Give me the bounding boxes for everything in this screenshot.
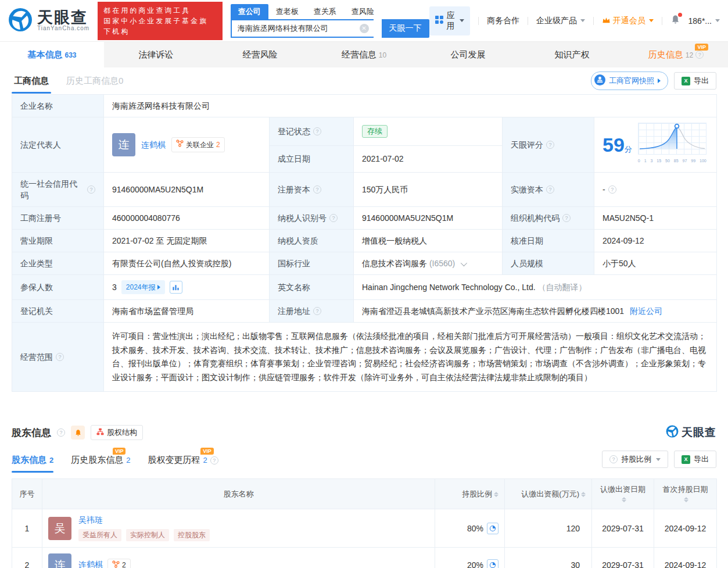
help-icon[interactable]: ?	[210, 456, 218, 465]
scope-value: 许可项目：营业性演出；演出经纪；出版物零售；互联网信息服务（依法须经批准的项目，…	[112, 331, 706, 382]
promo-banner: 都在用的商业查询工具 国家中小企业发展子基金旗下机构	[98, 2, 223, 40]
annual-report-button[interactable]: 2024年报	[121, 280, 165, 294]
table-row: 经营范围? 许可项目：营业性演出；演出经纪；出版物零售；互联网信息服务（依法须经…	[12, 323, 717, 392]
tab-company-development[interactable]: 公司发展	[416, 42, 520, 67]
search-tab-risk[interactable]: 查风险	[344, 4, 382, 19]
logo[interactable]: 天眼查 TianYanCha.com	[8, 8, 89, 34]
notifications-button[interactable]	[670, 15, 680, 27]
promo-line2: 国家中小企业发展子基金旗下机构	[103, 16, 217, 37]
staff-size-label: 人员规模	[511, 259, 543, 268]
company-name-label: 企业名称	[20, 101, 53, 110]
related-companies-badge[interactable]: 关联企业 2	[171, 137, 225, 152]
watermark-logo: 天眼查	[666, 425, 716, 440]
apps-menu[interactable]: 应用	[429, 6, 471, 35]
enterprise-products-menu[interactable]: 企业级产品	[536, 16, 585, 26]
subtab-row: 工商信息 历史工商信息0 工商官网快照 X 导出	[0, 67, 728, 94]
monitor-bell-button[interactable]	[71, 426, 85, 440]
search-tab-boss[interactable]: 查老板	[268, 4, 306, 19]
tab-operation-info[interactable]: 经营信息10	[312, 42, 416, 67]
help-icon[interactable]: ?	[546, 141, 554, 149]
paid-capital-value: -	[603, 184, 605, 195]
tag-beneficial-owner: 受益所有人	[78, 529, 121, 541]
equity-structure-button[interactable]: 股权结构	[91, 425, 143, 440]
reg-authority-label: 登记机关	[20, 306, 53, 316]
business-cooperation-link[interactable]: 商务合作	[487, 16, 519, 26]
chevron-down-icon	[580, 19, 585, 22]
business-info-table: 企业名称 海南旌丞网络科技有限公司 法定代表人 连 连鹤棋 关联企业 2	[12, 94, 717, 392]
search-input[interactable]	[231, 19, 374, 38]
subtab-business-info[interactable]: 工商信息	[12, 69, 51, 94]
header-menu: 应用 商务合作 企业级产品 开通会员	[429, 6, 720, 35]
tab-shareholders[interactable]: 股东信息2	[12, 455, 53, 473]
help-icon[interactable]: ?	[313, 307, 321, 315]
table-row: 登记机关 海南省市场监督管理局 注册地址? 海南省澄迈县老城镇高新技术产业示范区…	[12, 300, 717, 323]
vip-membership-menu[interactable]: 开通会员	[602, 16, 654, 26]
tianyan-score[interactable]: 59分	[603, 123, 708, 167]
table-row: 法定代表人 连 连鹤棋 关联企业 2 登记状态? 存续 天眼评分?	[12, 117, 717, 146]
tab-operation-risk[interactable]: 经营风险	[208, 42, 312, 67]
subtab-history-business-info[interactable]: 历史工商信息0	[66, 76, 123, 87]
insured-value: 3	[112, 281, 117, 293]
avatar[interactable]: 连	[112, 133, 135, 156]
help-icon[interactable]: ?	[313, 185, 321, 194]
export-button[interactable]: X 导出	[674, 451, 716, 468]
legal-rep-link[interactable]: 连鹤棋	[141, 139, 166, 151]
ratio-filter-dropdown[interactable]: ? 持股比例	[602, 451, 668, 468]
table-row: 参保人数 3 2024年报 英文名称 Hainan Jingcheng Netw…	[12, 275, 717, 300]
trend-chart-icon[interactable]	[170, 281, 182, 294]
industry-label: 国标行业	[278, 259, 310, 268]
related-badge[interactable]: 2	[107, 559, 131, 568]
pie-chart-icon[interactable]	[487, 559, 499, 568]
insured-label: 参保人数	[20, 283, 53, 292]
search-tab-company[interactable]: 查公司	[231, 4, 268, 19]
clear-icon[interactable]: ✕	[360, 24, 369, 33]
sort-icon[interactable]	[684, 497, 688, 502]
help-icon[interactable]: ?	[562, 214, 571, 222]
pie-chart-icon[interactable]	[487, 523, 499, 534]
official-snapshot-button[interactable]: 工商官网快照	[591, 72, 668, 90]
sort-icon[interactable]	[494, 492, 499, 497]
est-date-label: 成立日期	[278, 154, 310, 163]
sort-icon[interactable]	[581, 492, 586, 497]
help-icon[interactable]: ?	[329, 214, 338, 222]
taxpayer-quality-value: 增值税一般纳税人	[362, 236, 427, 245]
english-name-note: （自动翻译）	[537, 283, 586, 292]
apps-label: 应用	[447, 10, 456, 31]
help-icon[interactable]: ?	[546, 185, 554, 194]
search-button[interactable]: 天眼一下	[382, 19, 429, 38]
taxpayer-id-label: 纳税人识别号	[278, 212, 327, 224]
help-icon: ?	[609, 455, 618, 463]
tab-legal-proceedings[interactable]: 法律诉讼	[104, 42, 208, 67]
avatar[interactable]: 连	[48, 553, 71, 568]
tab-history-info[interactable]: VIP 历史信息12 ?	[624, 42, 728, 67]
business-term-label: 营业期限	[20, 236, 53, 245]
tab-intellectual-property[interactable]: 知识产权	[520, 42, 624, 67]
shareholders-table: 序号 股东名称 持股比例 认缴出资额(万元) 认缴出资日期 首次持股日期 1 吴…	[12, 478, 717, 568]
approval-date-value: 2024-09-12	[603, 236, 644, 245]
help-icon[interactable]: ?	[695, 51, 704, 59]
tab-history-shareholders[interactable]: VIP 历史股东信息2	[71, 455, 130, 473]
shareholders-controls: ? 持股比例 X 导出	[602, 451, 716, 473]
help-icon[interactable]: ?	[56, 353, 64, 361]
export-button[interactable]: X 导出	[674, 72, 716, 90]
search-tab-relation[interactable]: 查关系	[306, 4, 344, 19]
table-row: 企业类型 有限责任公司(自然人投资或控股) 国标行业 信息技术咨询服务 (I65…	[12, 252, 717, 275]
sort-icon[interactable]	[622, 497, 626, 502]
vip-badge: VIP	[113, 448, 126, 455]
help-icon[interactable]: ?	[87, 185, 95, 194]
user-account-menu[interactable]: 186*...	[688, 16, 720, 26]
shareholder-link[interactable]: 吴祎琏	[78, 515, 103, 524]
page: 天眼查 TianYanCha.com 都在用的商业查询工具 国家中小企业发展子基…	[0, 0, 728, 568]
nearby-companies-link[interactable]: 附近公司	[630, 306, 662, 316]
company-type-value: 有限责任公司(自然人投资或控股)	[112, 259, 231, 268]
avatar[interactable]: 吴	[48, 517, 71, 540]
tab-equity-change-history[interactable]: VIP 股权变更历程2 ?	[148, 455, 218, 473]
shareholder-link[interactable]: 连鹤棋	[78, 560, 103, 568]
help-icon[interactable]: ?	[608, 185, 616, 194]
help-icon[interactable]: ?	[313, 127, 321, 135]
shareholders-header: 股东信息 ? 股权结构 天眼查	[12, 425, 716, 440]
tab-basic-info[interactable]: 基本信息633	[0, 42, 104, 67]
chevron-down-icon[interactable]	[461, 260, 467, 266]
org-chart-icon	[96, 428, 104, 437]
help-icon[interactable]: ?	[57, 428, 65, 437]
